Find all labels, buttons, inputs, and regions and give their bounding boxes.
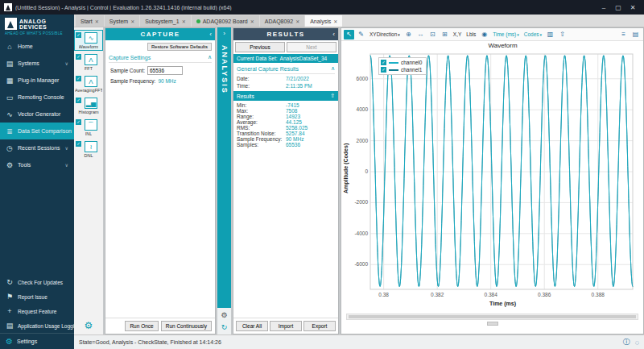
annotate-icon[interactable]: ✎ — [356, 30, 366, 39]
close-icon[interactable]: ✕ — [130, 19, 134, 24]
horizontal-scrollbar[interactable] — [346, 314, 638, 320]
checkbox-checked[interactable]: ✓ — [76, 76, 81, 81]
tab-adaq8092[interactable]: ADAQ8092✕ — [260, 15, 304, 27]
result-row: Max:7508 — [237, 108, 335, 114]
close-icon[interactable]: ✕ — [95, 19, 99, 24]
save-icon[interactable]: ▥ — [545, 30, 555, 39]
maximize-button[interactable]: ▢ — [611, 4, 625, 11]
import-button[interactable]: Import — [270, 321, 302, 331]
minimize-button[interactable]: – — [597, 4, 611, 11]
zoom-box-icon[interactable]: ⊞ — [440, 30, 450, 39]
sidebar-item-settings[interactable]: ⚙ Settings — [0, 333, 74, 349]
close-icon[interactable]: ✕ — [182, 19, 186, 24]
gear-icon[interactable]: ⚙ — [221, 311, 227, 319]
export-image-icon[interactable]: ⇧ — [557, 30, 568, 39]
export-icon[interactable]: ⇧ — [330, 93, 335, 99]
svg-text:0.382: 0.382 — [431, 292, 444, 297]
checkbox-checked[interactable]: ✓ — [76, 119, 81, 125]
expand-icon[interactable]: › — [223, 30, 225, 37]
checkbox-checked[interactable]: ✓ — [381, 67, 386, 73]
tab-start[interactable]: Start✕ — [76, 15, 104, 27]
tab-subsystem-1[interactable]: Subsystem_1✕ — [140, 15, 190, 27]
y-units-select[interactable]: Codes▾ — [522, 31, 543, 37]
magnifier-icon[interactable]: ◉ — [479, 30, 489, 39]
xy-direction-select[interactable]: XYDirection▾ — [368, 31, 402, 37]
analysis-tool-averagingfft[interactable]: ✓ΛAveragingFFT — [75, 74, 102, 93]
result-value: 90 MHz — [286, 136, 303, 142]
sidebar-item-label: Application Usage Logging — [18, 323, 80, 329]
sidebar-item-check-for-updates[interactable]: ↻Check For Updates — [0, 275, 74, 289]
close-icon[interactable]: ✕ — [250, 19, 254, 24]
xy-readout-button[interactable]: X,Y — [452, 31, 463, 37]
sample-frequency-value[interactable]: 90 MHz — [158, 78, 175, 84]
restore-defaults-button[interactable]: Restore Software Defaults — [147, 43, 212, 51]
collapse-icon[interactable]: ‹ — [209, 31, 212, 38]
info-icon[interactable]: ⓘ — [623, 337, 630, 347]
analysis-strip-label: ANALYSIS — [221, 45, 229, 94]
pointer-icon[interactable]: ↖ — [344, 30, 354, 39]
sidebar-item-data-set-comparison[interactable]: ≣Data Set Comparison — [0, 123, 74, 139]
status-text: State=Good, Analysis - CheckState, Finis… — [79, 339, 221, 345]
previous-button[interactable]: Previous — [235, 42, 285, 52]
chart-toolbar-right: ≡▤ — [618, 30, 641, 39]
sidebar-item-application-usage-logging[interactable]: ▤Application Usage Logging — [0, 318, 74, 333]
analysis-tool-histogram[interactable]: ✓▂▅Histogram — [75, 96, 102, 115]
close-icon[interactable]: ✕ — [295, 19, 299, 24]
sidebar-item-report-issue[interactable]: ⚑Report Issue — [0, 289, 74, 304]
tab-system[interactable]: System✕ — [105, 15, 139, 27]
next-button[interactable]: Next — [287, 42, 336, 52]
analysis-tool-waveform[interactable]: ✓∿Waveform — [75, 31, 102, 50]
histogram-icon: ▂▅ — [85, 98, 97, 109]
legend-toggle-icon[interactable]: ≡ — [618, 30, 629, 39]
clear-all-button[interactable]: Clear All — [236, 321, 268, 331]
pan-icon[interactable]: ↔ — [415, 30, 426, 39]
sidebar-item-remoting-console[interactable]: ▭Remoting Console — [0, 89, 74, 106]
sidebar-item-label: Check For Updates — [18, 280, 63, 285]
sidebar-item-label: Data Set Comparison — [18, 128, 72, 134]
run-continuously-button[interactable]: Run Continuously — [161, 321, 212, 331]
analysis-tool-fft[interactable]: ✓ΛFFT — [75, 52, 102, 72]
export-button[interactable]: Export — [303, 321, 336, 331]
run-once-button[interactable]: Run Once — [125, 321, 158, 331]
chevron-down-icon: ▾ — [540, 32, 543, 37]
fit-view-icon[interactable]: ⊡ — [427, 30, 438, 39]
tab-analysis[interactable]: Analysis✕ — [305, 15, 342, 27]
analysis-tool-dnl[interactable]: ✓≀DNL — [75, 139, 102, 159]
date-label: Date: — [237, 76, 283, 81]
sidebar-item-systems[interactable]: ▤Systems∨ — [0, 55, 74, 72]
sidebar-item-vector-generator[interactable]: ∿Vector Generator — [0, 106, 74, 123]
result-row: Samples:65536 — [237, 142, 335, 147]
tab-adaq8092-board[interactable]: ADAQ8092 Board✕ — [192, 15, 259, 27]
refresh-icon[interactable]: ↻ — [221, 323, 228, 331]
chart-menu-icon[interactable]: ▤ — [630, 30, 641, 39]
labels-toggle-button[interactable]: Lbls — [464, 31, 477, 37]
gear-icon[interactable]: ⚙ — [85, 320, 93, 331]
sidebar-item-tools[interactable]: ⚙Tools∨ — [0, 156, 74, 173]
checkbox-checked[interactable]: ✓ — [76, 141, 81, 147]
status-icon[interactable]: ◌ — [635, 339, 639, 347]
sample-count-input[interactable] — [147, 66, 183, 75]
sidebar-item-recent-sessions[interactable]: ◷Recent Sessions∨ — [0, 139, 74, 156]
capture-settings-section[interactable]: Capture Settings ∧ — [109, 54, 212, 63]
close-icon[interactable]: ✕ — [333, 19, 337, 24]
analysis-tool-inl[interactable]: ✓⌒INL — [75, 118, 102, 137]
sidebar-item-request-feature[interactable]: +Request Feature — [0, 304, 74, 318]
scrollbar-thumb[interactable] — [349, 315, 636, 318]
x-units-select[interactable]: Time (ms)▾ — [491, 31, 521, 37]
zoom-in-icon[interactable]: ⊕ — [403, 30, 414, 39]
collapse-icon[interactable]: ‹ — [332, 31, 335, 38]
splitter-grip[interactable] — [487, 322, 498, 326]
sidebar-item-home[interactable]: ⌂Home — [0, 38, 74, 55]
checkbox-checked[interactable]: ✓ — [76, 32, 81, 38]
report-issue-icon: ⚑ — [6, 293, 14, 301]
analysis-tool-label: Histogram — [78, 110, 98, 114]
legend-entry-channel0: ✓channel0 — [381, 60, 422, 65]
waveform-plot[interactable]: 0.380.3820.3840.3860.3886000400020000-20… — [349, 51, 638, 302]
close-button[interactable]: ✕ — [625, 4, 640, 11]
sidebar-item-plug-in-manager[interactable]: ▦Plug-in Manager — [0, 72, 74, 89]
checkbox-checked[interactable]: ✓ — [381, 60, 386, 65]
checkbox-checked[interactable]: ✓ — [76, 98, 81, 103]
general-capture-results-section[interactable]: General Capture Results ∧ — [237, 65, 335, 74]
sidebar-item-label: Report Issue — [18, 294, 47, 300]
checkbox-checked[interactable]: ✓ — [76, 54, 81, 60]
